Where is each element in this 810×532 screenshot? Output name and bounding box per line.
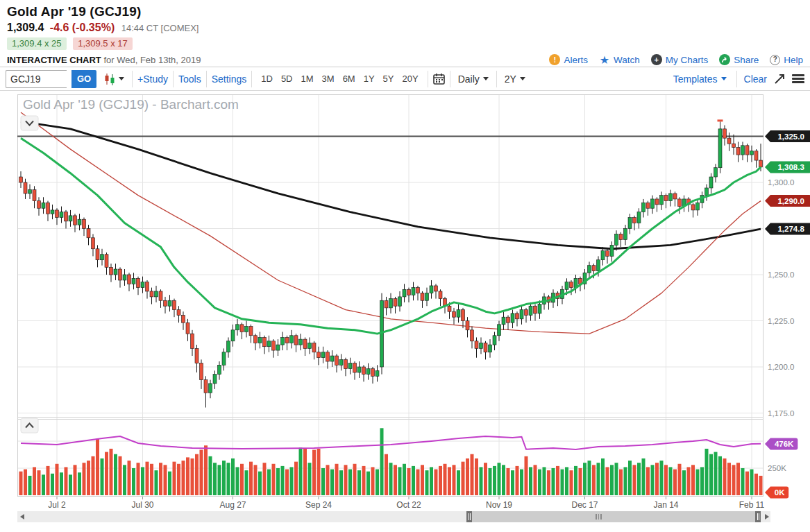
header-link-watch[interactable]: ★Watch — [599, 54, 640, 65]
chevron-down-icon — [119, 77, 124, 80]
templates-dropdown[interactable]: Templates — [670, 74, 729, 85]
header-link-label: Share — [734, 55, 759, 65]
svg-text:Nov 19: Nov 19 — [486, 500, 512, 510]
volume-bars — [19, 428, 763, 495]
chart-date: for Wed, Feb 13th, 2019 — [103, 55, 201, 65]
add-study-link[interactable]: +Study — [137, 74, 168, 85]
page-title: Gold Apr '19 (GCJ19) — [7, 4, 803, 19]
chart-scrollbar[interactable] — [17, 511, 770, 522]
svg-text:Aug 27: Aug 27 — [219, 500, 246, 510]
calendar-icon — [433, 73, 445, 85]
header-link-label: Watch — [614, 55, 640, 65]
trendline-arrow-icon — [774, 74, 785, 85]
header-link-label: Help — [784, 55, 803, 65]
scroll-handle-right[interactable] — [755, 511, 761, 522]
svg-text:Feb 11: Feb 11 — [739, 500, 765, 510]
candles — [19, 121, 763, 407]
scroll-grip[interactable] — [596, 514, 604, 520]
range-button-6M[interactable]: 6M — [339, 71, 360, 87]
scroll-handle-left[interactable] — [466, 511, 472, 522]
ask-badge: 1,309.5 x 17 — [73, 37, 133, 50]
bid-ask-row: 1,309.4 x 25 1,309.5 x 17 — [7, 37, 803, 50]
header-link-share[interactable]: Share — [719, 54, 759, 65]
divider — [251, 71, 252, 87]
settings-link[interactable]: Settings — [212, 74, 247, 85]
last-price: 1,309.4 — [7, 22, 44, 33]
svg-text:1,200.0: 1,200.0 — [768, 363, 794, 371]
svg-text:Dec 17: Dec 17 — [571, 500, 598, 510]
header-link-help[interactable]: ?Help — [770, 55, 803, 65]
collapse-price-pane-button[interactable] — [21, 116, 38, 130]
svg-text:250K: 250K — [768, 464, 786, 472]
interactive-chart-label: INTERACTIVE CHART — [7, 55, 101, 65]
divider — [450, 71, 450, 87]
svg-text:Oct 22: Oct 22 — [396, 500, 421, 510]
svg-text:Sep 24: Sep 24 — [305, 500, 332, 510]
plus-circle-icon: + — [651, 54, 662, 65]
scroll-left-icon[interactable] — [20, 514, 24, 520]
annotate-button[interactable] — [774, 74, 785, 85]
share-icon — [719, 54, 730, 65]
contract-high-marker — [718, 119, 723, 121]
range-button-20Y[interactable]: 20Y — [398, 71, 423, 87]
svg-text:476K: 476K — [775, 440, 794, 448]
chevron-down-icon — [721, 77, 727, 80]
chart-toolbar: GO +Study Tools Settings 1D5D1M3M6M1Y5Y2… — [0, 67, 810, 91]
svg-text:1,290.0: 1,290.0 — [777, 197, 804, 205]
svg-text:0K: 0K — [775, 488, 785, 497]
tools-link[interactable]: Tools — [178, 74, 201, 85]
svg-text:1,225.0: 1,225.0 — [768, 317, 794, 325]
header-link-my-charts[interactable]: +My Charts — [651, 54, 709, 65]
divider — [736, 71, 737, 87]
range-button-1D[interactable]: 1D — [257, 71, 277, 87]
svg-text:1,325.0: 1,325.0 — [777, 132, 804, 141]
range-button-3M[interactable]: 3M — [318, 71, 339, 87]
span-value: 2Y — [505, 74, 516, 85]
chevron-down-icon — [520, 77, 525, 80]
go-button[interactable]: GO — [71, 70, 96, 88]
symbol-input[interactable] — [6, 70, 67, 88]
range-button-5Y[interactable]: 5Y — [379, 71, 398, 87]
quote-time: 14:44 CT [COMEX] — [121, 23, 199, 33]
collapse-volume-pane-button[interactable] — [21, 418, 38, 433]
range-button-1Y[interactable]: 1Y — [360, 71, 379, 87]
price-change: -4.6 (-0.35%) — [50, 22, 115, 33]
candlestick-icon — [104, 73, 115, 85]
alert-icon: ! — [549, 54, 560, 65]
svg-text:1,274.8: 1,274.8 — [777, 225, 804, 233]
calendar-button[interactable] — [433, 73, 445, 85]
menu-icon[interactable] — [792, 74, 804, 83]
star-icon: ★ — [599, 54, 610, 65]
divider — [496, 71, 497, 87]
range-button-1M[interactable]: 1M — [297, 71, 318, 87]
open-interest-line — [21, 436, 761, 449]
divider — [173, 71, 174, 87]
quote-line: 1,309.4 -4.6 (-0.35%) 14:44 CT [COMEX] — [7, 22, 803, 34]
header-links: !Alerts★Watch+My ChartsShare?Help — [549, 54, 803, 65]
divider — [206, 71, 207, 87]
svg-text:Jul 2: Jul 2 — [48, 500, 66, 510]
range-button-5D[interactable]: 5D — [277, 71, 297, 87]
templates-label: Templates — [673, 74, 718, 85]
clear-button[interactable]: Clear — [744, 74, 767, 85]
bid-badge: 1,309.4 x 25 — [7, 37, 67, 50]
header-link-label: My Charts — [666, 55, 709, 65]
quote-header: Gold Apr '19 (GCJ19) 1,309.4 -4.6 (-0.35… — [0, 0, 810, 67]
scrollbar-thumb[interactable] — [466, 511, 761, 522]
header-link-label: Alerts — [564, 55, 588, 65]
svg-text:1,250.0: 1,250.0 — [768, 271, 794, 279]
price-chart[interactable]: 1,300.01,250.01,225.01,200.01,175.0250K1… — [0, 91, 810, 530]
interactive-chart-caption: INTERACTIVE CHART for Wed, Feb 13th, 201… — [7, 55, 201, 65]
chart-watermark: Gold Apr '19 (GCJ19) - Barchart.com — [23, 97, 239, 112]
svg-text:Jul 30: Jul 30 — [131, 500, 153, 510]
svg-text:1,308.3: 1,308.3 — [777, 163, 804, 171]
span-dropdown[interactable]: 2Y — [502, 74, 528, 85]
header-link-alerts[interactable]: !Alerts — [549, 54, 588, 65]
scroll-right-icon[interactable] — [765, 514, 769, 520]
chart-type-dropdown[interactable] — [101, 73, 127, 85]
svg-text:1,300.0: 1,300.0 — [768, 178, 794, 187]
range-buttons: 1D5D1M3M6M1Y5Y20Y — [257, 71, 422, 87]
help-icon: ? — [770, 55, 780, 65]
chevron-down-icon — [483, 77, 489, 80]
frequency-dropdown[interactable]: Daily — [455, 74, 491, 85]
